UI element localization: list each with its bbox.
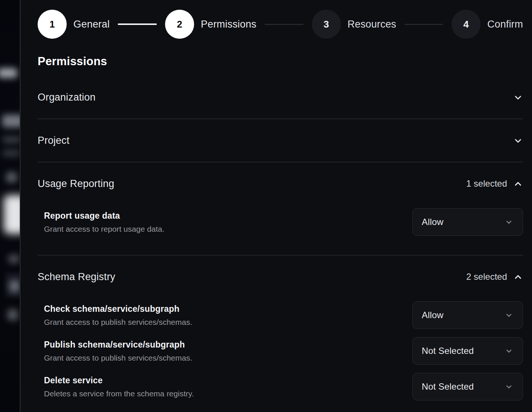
permission-text: Delete service Deletes a service from th…	[44, 375, 194, 399]
stepper-connector	[405, 24, 444, 25]
permission-description: Grant access to publish services/schemas…	[44, 317, 192, 327]
chevron-down-icon	[504, 382, 514, 392]
permission-description: Deletes a service from the schema regist…	[44, 389, 194, 399]
blurred-heading	[2, 115, 20, 127]
permission-row-report-usage-data: Report usage data Grant access to report…	[44, 208, 523, 236]
chevron-down-icon	[504, 217, 514, 227]
section-usage-reporting-title: Usage Reporting	[38, 177, 114, 190]
blurred-text-line	[10, 280, 19, 292]
section-project-header[interactable]: Project	[38, 119, 523, 162]
permission-title: Check schema/service/subgraph	[44, 304, 192, 314]
step-confirm-label: Confirm	[487, 19, 523, 30]
step-general-label: General	[73, 19, 110, 30]
step-permissions-label: Permissions	[201, 19, 256, 30]
permission-title: Report usage data	[44, 210, 164, 221]
permission-dropdown-check-schema[interactable]: Allow	[412, 301, 523, 329]
step-permissions-circle: 2	[165, 10, 194, 39]
permission-dropdown-publish-schema[interactable]: Not Selected	[412, 337, 523, 365]
blurred-sidebar-backdrop	[0, 0, 20, 412]
chevron-down-icon	[513, 136, 523, 146]
step-resources[interactable]: 3 Resources	[312, 10, 396, 39]
section-usage-reporting: Usage Reporting 1 selected Report usage …	[38, 162, 523, 256]
permission-title: Publish schema/service/subgraph	[44, 339, 192, 350]
section-organization-controls	[513, 92, 523, 102]
permission-text: Publish schema/service/subgraph Grant ac…	[44, 339, 192, 363]
chevron-up-icon	[513, 272, 523, 282]
permission-text: Report usage data Grant access to report…	[44, 210, 164, 234]
section-schema-registry-header[interactable]: Schema Registry 2 selected	[38, 256, 523, 283]
chevron-down-icon	[513, 92, 523, 102]
blurred-card	[4, 195, 20, 234]
blurred-text-line	[2, 136, 20, 143]
step-resources-label: Resources	[348, 19, 396, 30]
permission-text: Check schema/service/subgraph Grant acce…	[44, 304, 192, 327]
permission-title: Delete service	[44, 375, 194, 386]
permission-rows: Report usage data Grant access to report…	[38, 190, 523, 255]
section-project-controls	[513, 136, 523, 146]
step-permissions[interactable]: 2 Permissions	[165, 10, 256, 39]
permission-description: Grant access to report usage data.	[44, 224, 164, 234]
section-schema-registry-title: Schema Registry	[38, 270, 115, 283]
selected-count-badge: 2 selected	[466, 272, 507, 282]
step-general-circle: 1	[38, 10, 67, 39]
permission-dropdown-delete-service[interactable]: Not Selected	[412, 373, 523, 400]
blurred-text-line	[8, 254, 19, 263]
chevron-down-icon	[504, 346, 514, 356]
section-project: Project	[38, 119, 523, 162]
stepper-connector-done	[118, 23, 157, 25]
section-organization-title: Organization	[38, 91, 96, 104]
section-organization: Organization	[38, 69, 523, 119]
blurred-icon	[6, 172, 17, 183]
stepper-connector	[265, 24, 304, 25]
section-schema-registry: Schema Registry 2 selected Check schema/…	[38, 256, 523, 400]
dropdown-value: Allow	[422, 310, 443, 320]
step-general[interactable]: 1 General	[38, 10, 110, 39]
step-resources-circle: 3	[312, 10, 341, 39]
blurred-text-line	[7, 309, 18, 320]
step-confirm[interactable]: 4 Confirm	[452, 10, 523, 39]
create-token-wizard-panel: 1 General 2 Permissions 3 Resources 4 Co…	[20, 0, 532, 412]
wizard-stepper: 1 General 2 Permissions 3 Resources 4 Co…	[38, 10, 523, 39]
section-organization-header[interactable]: Organization	[38, 69, 523, 118]
dropdown-value: Allow	[422, 217, 443, 227]
page-title: Permissions	[38, 54, 523, 69]
blurred-text-line	[2, 150, 20, 156]
chevron-up-icon	[513, 179, 523, 189]
app-root: 1 General 2 Permissions 3 Resources 4 Co…	[0, 0, 532, 412]
permission-row-publish-schema: Publish schema/service/subgraph Grant ac…	[44, 337, 523, 365]
section-schema-registry-controls: 2 selected	[466, 272, 523, 282]
selected-count-badge: 1 selected	[466, 178, 507, 189]
permission-rows: Check schema/service/subgraph Grant acce…	[38, 283, 523, 400]
section-usage-reporting-controls: 1 selected	[466, 178, 523, 189]
permission-row-check-schema: Check schema/service/subgraph Grant acce…	[44, 301, 523, 329]
blurred-logo	[0, 68, 17, 78]
dropdown-value: Not Selected	[422, 381, 474, 392]
permission-dropdown-report-usage-data[interactable]: Allow	[412, 208, 523, 236]
permission-row-delete-service: Delete service Deletes a service from th…	[44, 373, 523, 400]
dropdown-value: Not Selected	[422, 346, 474, 356]
section-project-title: Project	[38, 134, 69, 147]
permission-description: Grant access to publish services/schemas…	[44, 353, 192, 363]
chevron-down-icon	[504, 310, 514, 320]
step-confirm-circle: 4	[452, 10, 481, 39]
section-usage-reporting-header[interactable]: Usage Reporting 1 selected	[38, 162, 523, 190]
